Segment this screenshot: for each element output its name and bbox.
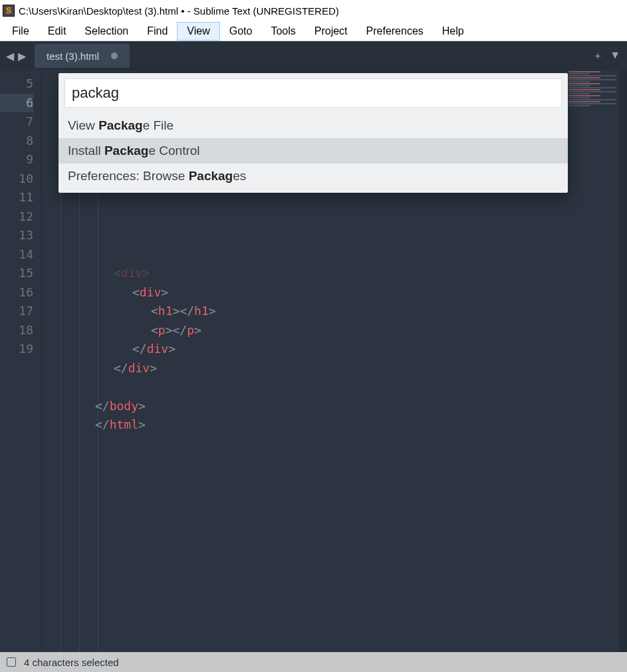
code-line	[42, 207, 627, 227]
minimap-line	[568, 89, 600, 90]
code-line: <div>	[42, 283, 627, 302]
line-number: 9	[0, 150, 33, 169]
minimap-line	[568, 79, 616, 80]
palette-item-post: e File	[143, 118, 174, 132]
panel-toggle-icon[interactable]	[7, 657, 16, 667]
code-line: <div>	[42, 264, 627, 283]
line-number: 10	[0, 169, 33, 189]
minimap-line	[568, 105, 590, 106]
menu-item-preferences[interactable]: Preferences	[357, 23, 433, 40]
minimap-line	[568, 81, 590, 82]
line-number: 15	[0, 264, 33, 283]
line-number: 19	[0, 340, 33, 359]
minimap-line	[568, 101, 600, 102]
line-number: 11	[0, 188, 33, 207]
menu-item-project[interactable]: Project	[305, 23, 357, 40]
line-number: 14	[0, 245, 33, 265]
code-line	[42, 435, 627, 454]
palette-item-post: es	[233, 169, 246, 183]
minimap-line	[568, 85, 590, 86]
history-forward-icon[interactable]: ▶	[16, 50, 28, 62]
palette-item-pre: Preferences: Browse	[68, 169, 189, 183]
menu-item-find[interactable]: Find	[138, 23, 177, 40]
menu-item-goto[interactable]: Goto	[220, 23, 262, 40]
menu-item-tools[interactable]: Tools	[261, 23, 305, 40]
status-message: 4 characters selected	[24, 657, 119, 668]
line-number: 6	[0, 94, 33, 113]
minimap-line	[568, 73, 590, 74]
code-line	[42, 226, 627, 245]
minimap-line	[568, 99, 616, 100]
app-logo-icon: S	[3, 5, 15, 17]
code-line: <p></p>	[42, 321, 627, 340]
command-palette-list: View Package FileInstall Package Control…	[59, 113, 568, 193]
minimap-line	[568, 75, 616, 76]
line-number: 8	[0, 132, 33, 151]
minimap-line	[568, 87, 616, 88]
line-number: 17	[0, 302, 33, 321]
minimap-line	[568, 93, 590, 94]
code-line: <h1></h1>	[42, 302, 627, 321]
window-title: C:\Users\Kiran\Desktop\test (3).html • -…	[19, 5, 339, 17]
minimap-line	[568, 91, 616, 92]
line-number: 16	[0, 283, 33, 302]
code-line: </div>	[42, 340, 627, 359]
minimap-line	[568, 77, 600, 78]
palette-item-match: Packag	[189, 169, 233, 183]
command-palette: View Package FileInstall Package Control…	[59, 73, 568, 193]
menu-item-help[interactable]: Help	[433, 23, 473, 40]
new-tab-icon[interactable]: ＋	[592, 49, 603, 63]
minimap-line	[568, 97, 590, 98]
minimap-line	[568, 83, 600, 84]
palette-item-post: e Control	[148, 144, 199, 158]
line-number: 7	[0, 112, 33, 132]
history-back-icon[interactable]: ◀	[4, 50, 16, 62]
palette-item-match: Packag	[98, 118, 143, 132]
tab-menu-icon[interactable]: ▼	[610, 49, 620, 63]
line-number: 13	[0, 226, 33, 245]
file-tab-label: test (3).html	[47, 51, 99, 62]
tab-chrome: ◀ ▶ test (3).html ＋ ▼	[0, 41, 627, 70]
window-titlebar: S C:\Users\Kiran\Desktop\test (3).html •…	[0, 0, 627, 21]
line-number: 12	[0, 207, 33, 227]
minimap-line	[568, 103, 616, 104]
editor-area: 5678910111213141516171819 <div><div><h1>…	[0, 70, 627, 652]
command-palette-item[interactable]: Install Package Control	[59, 138, 568, 164]
palette-item-pre: View	[68, 118, 98, 132]
menu-item-selection[interactable]: Selection	[75, 23, 138, 40]
file-tab[interactable]: test (3).html	[35, 44, 130, 68]
dirty-indicator-icon	[111, 53, 118, 59]
command-palette-input[interactable]	[64, 78, 562, 108]
line-number: 5	[0, 74, 33, 94]
command-palette-item[interactable]: View Package File	[59, 113, 568, 138]
command-palette-item[interactable]: Preferences: Browse Packages	[59, 164, 568, 189]
code-line	[42, 245, 627, 265]
gutter: 5678910111213141516171819	[0, 70, 41, 652]
menubar: FileEditSelectionFindViewGotoToolsProjec…	[0, 21, 627, 41]
code-line: </div>	[42, 359, 627, 378]
menu-item-view[interactable]: View	[177, 22, 219, 41]
code-line: </html>	[42, 415, 627, 435]
minimap-line	[568, 95, 600, 96]
code-line	[42, 378, 627, 397]
code-line: </body>	[42, 397, 627, 416]
line-number: 18	[0, 321, 33, 340]
minimap-line	[568, 71, 600, 72]
menu-item-file[interactable]: File	[3, 23, 39, 40]
statusbar: 4 characters selected	[0, 652, 627, 672]
palette-item-match: Packag	[104, 144, 149, 158]
menu-item-edit[interactable]: Edit	[39, 23, 76, 40]
palette-item-pre: Install	[68, 144, 104, 158]
